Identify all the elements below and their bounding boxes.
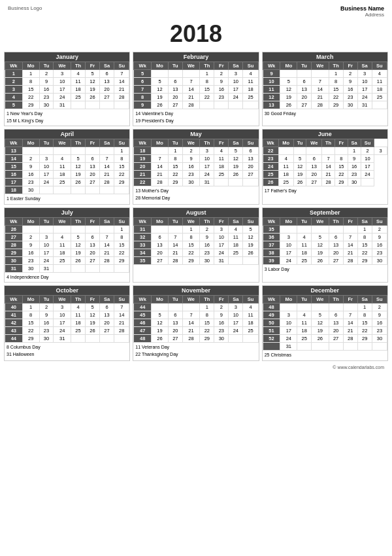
calendar-day: 24 <box>200 171 214 179</box>
col-header-sa: Sa <box>229 217 243 225</box>
calendar-day: 31 <box>357 101 372 109</box>
calendar-day <box>54 225 71 233</box>
calendar-day: 28 <box>322 179 335 186</box>
col-header-wk: Wk <box>263 217 280 225</box>
calendar-day <box>114 186 129 194</box>
holidays-list: 13 Mother's Day28 Memorial Day <box>133 186 258 203</box>
calendar-day: 5 <box>293 155 306 163</box>
calendar-day <box>214 179 229 186</box>
calendar-day: 29 <box>22 335 39 343</box>
col-header-su: Su <box>114 62 129 70</box>
year-title: 2018 <box>0 19 392 52</box>
month-block-april: AprilWkMoTuWeThFrSaSu1311423456781591011… <box>4 129 130 205</box>
calendar-table: WkMoTuWeThFrSaSu401234567418910111213144… <box>5 295 129 343</box>
calendar-day: 1 <box>357 225 372 233</box>
col-header-fr: Fr <box>86 139 100 147</box>
calendar-day: 26 <box>229 171 243 179</box>
calendar-day: 28 <box>168 256 182 264</box>
week-number: 9 <box>263 70 280 78</box>
calendar-day: 14 <box>114 78 129 86</box>
week-number: 30 <box>5 256 23 264</box>
calendar-day: 16 <box>39 319 54 327</box>
col-header-fr: Fr <box>343 217 357 225</box>
week-number: 42 <box>5 319 23 327</box>
week-number: 33 <box>134 241 152 249</box>
week-number: 28 <box>5 241 23 249</box>
calendar-day: 7 <box>343 233 357 241</box>
col-header-wk: Wk <box>263 139 278 147</box>
calendar-day <box>86 225 100 233</box>
calendar-day: 15 <box>114 241 129 249</box>
week-number: 22 <box>263 147 278 155</box>
week-number: 43 <box>5 327 23 335</box>
calendar-day: 18 <box>229 241 243 249</box>
calendar-table: WkMoTuWeThFrSaSu512346567891011712131415… <box>133 61 258 109</box>
col-header-sa: Sa <box>229 62 243 70</box>
calendar-day <box>329 225 343 233</box>
week-number: 35 <box>263 225 280 233</box>
calendar-day <box>335 147 348 155</box>
month-title: July <box>5 208 129 217</box>
calendar-day: 12 <box>280 86 297 94</box>
calendar-day: 21 <box>182 94 199 101</box>
calendar-day: 4 <box>71 304 85 311</box>
week-number: 49 <box>263 311 280 319</box>
col-header-mo: Mo <box>22 62 39 70</box>
calendar-day: 19 <box>152 94 169 101</box>
month-title: August <box>133 208 258 217</box>
week-number: 35 <box>134 256 152 264</box>
calendar-day <box>168 225 182 233</box>
calendar-day: 5 <box>229 147 243 155</box>
col-header-we: We <box>182 62 199 70</box>
calendar-day: 20 <box>329 327 343 335</box>
week-number: 48 <box>134 335 152 343</box>
holiday-item: 25 Christmas <box>265 352 385 359</box>
calendar-day: 17 <box>280 249 297 256</box>
calendar-day: 9 <box>348 155 361 163</box>
week-number: 38 <box>263 249 280 256</box>
calendar-day: 30 <box>182 179 199 186</box>
week-number: 16 <box>5 171 23 179</box>
calendar-day: 17 <box>54 86 71 94</box>
col-header-sa: Sa <box>229 296 243 304</box>
calendar-day: 6 <box>168 311 182 319</box>
calendar-day: 9 <box>372 311 387 319</box>
week-number: 2 <box>5 78 23 86</box>
col-header-wk: Wk <box>134 62 152 70</box>
holidays-list: 4 Independence Day <box>5 273 129 283</box>
page-header: Business Logo Business Name Address <box>0 0 392 19</box>
calendar-day: 17 <box>54 319 71 327</box>
calendar-day: 23 <box>343 94 357 101</box>
calendar-day: 19 <box>152 327 169 335</box>
calendar-day: 3 <box>54 304 71 311</box>
calendar-day <box>99 186 114 194</box>
calendar-day: 31 <box>200 179 214 186</box>
calendar-day: 26 <box>152 335 169 343</box>
calendar-day: 6 <box>86 233 100 241</box>
calendar-day: 3 <box>39 233 54 241</box>
calendar-day: 14 <box>168 241 182 249</box>
calendar-day: 20 <box>99 86 114 94</box>
calendar-day <box>372 101 387 109</box>
calendar-day: 8 <box>357 311 372 319</box>
week-number <box>263 343 280 351</box>
calendar-day <box>297 70 312 78</box>
calendar-day: 18 <box>214 163 229 171</box>
calendar-day: 13 <box>99 78 114 86</box>
calendar-day <box>306 147 322 155</box>
calendar-day: 2 <box>372 225 387 233</box>
calendar-day: 3 <box>214 225 229 233</box>
calendar-day: 16 <box>214 319 229 327</box>
col-header-wk: Wk <box>5 62 23 70</box>
col-header-su: Su <box>372 62 387 70</box>
calendar-day: 24 <box>39 179 54 186</box>
calendar-day: 16 <box>348 163 361 171</box>
week-number: 23 <box>263 155 278 163</box>
calendar-day: 25 <box>71 327 85 335</box>
calendar-day: 1 <box>348 147 361 155</box>
month-block-june: JuneWkMoTuWeThFrSaSu22123234567891024111… <box>262 129 388 205</box>
week-number: 25 <box>263 171 278 179</box>
calendar-day <box>357 343 372 351</box>
holiday-item: 28 Memorial Day <box>135 195 256 202</box>
calendar-day: 31 <box>214 256 229 264</box>
